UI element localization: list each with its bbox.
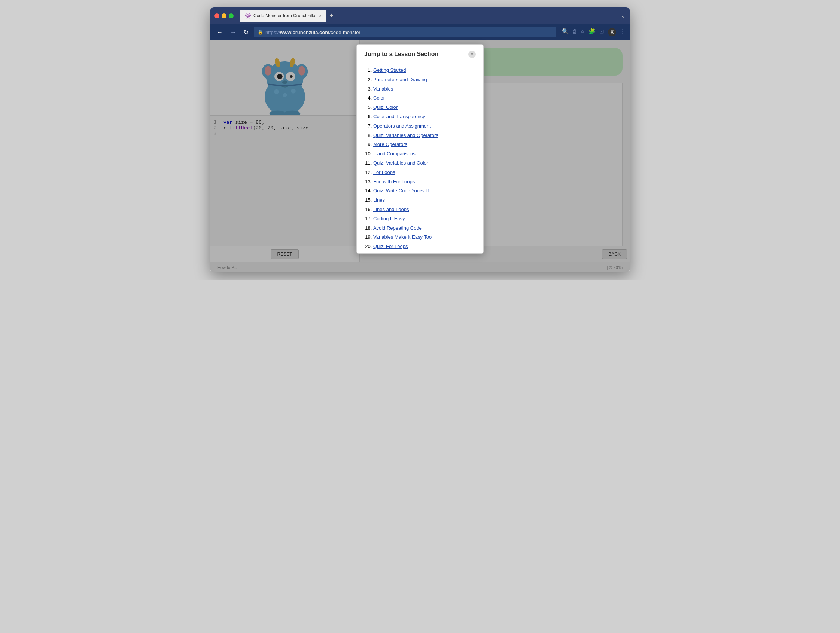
tab-title: Code Monster from Crunchzilla bbox=[253, 13, 315, 18]
lesson-link[interactable]: Variables bbox=[373, 86, 393, 92]
modal-header: Jump to a Lesson Section × bbox=[357, 44, 483, 61]
lesson-list-item: Quiz: Variables and Color bbox=[373, 159, 476, 167]
lesson-link[interactable]: Operators and Assignment bbox=[373, 123, 431, 129]
sidebar-icon[interactable]: ⊡ bbox=[599, 28, 604, 36]
lesson-list-item: Color bbox=[373, 94, 476, 102]
profile-icon[interactable]: X bbox=[608, 28, 616, 36]
minimize-button[interactable] bbox=[222, 13, 226, 18]
modal-close-button[interactable]: × bbox=[468, 50, 476, 58]
back-nav-button[interactable]: ← bbox=[215, 27, 225, 37]
maximize-button[interactable] bbox=[229, 13, 234, 18]
lock-icon: 🔒 bbox=[257, 30, 263, 35]
lesson-list-item: Coding It Easy bbox=[373, 215, 476, 223]
lesson-list-item: Your Own Functions bbox=[373, 252, 476, 253]
lesson-link[interactable]: Quiz: Color bbox=[373, 104, 398, 110]
tab-favicon: 👾 bbox=[245, 13, 251, 19]
lesson-list-item: Quiz: Color bbox=[373, 104, 476, 112]
lesson-list-item: Quiz: Variables and Operators bbox=[373, 132, 476, 140]
active-tab[interactable]: 👾 Code Monster from Crunchzilla × bbox=[240, 10, 327, 22]
lesson-link[interactable]: Quiz: Write Code Yourself bbox=[373, 188, 429, 194]
lesson-list-item: More Operators bbox=[373, 141, 476, 148]
lesson-link[interactable]: For Loops bbox=[373, 170, 395, 175]
new-tab-button[interactable]: + bbox=[329, 12, 333, 20]
forward-nav-button[interactable]: → bbox=[228, 27, 238, 37]
lesson-list-item: Operators and Assignment bbox=[373, 122, 476, 130]
lesson-link[interactable]: Lines bbox=[373, 197, 385, 203]
lesson-list-item: Quiz: For Loops bbox=[373, 243, 476, 250]
lesson-list-item: If and Comparisons bbox=[373, 150, 476, 158]
extensions-icon[interactable]: 🧩 bbox=[589, 28, 595, 36]
lesson-link[interactable]: Color bbox=[373, 95, 385, 101]
lesson-list-item: Parameters and Drawing bbox=[373, 76, 476, 84]
nav-icons: 🔍 ⎙ ☆ 🧩 ⊡ X ⋮ bbox=[562, 28, 625, 36]
lesson-link[interactable]: Coding It Easy bbox=[373, 216, 405, 222]
lesson-link[interactable]: Getting Started bbox=[373, 67, 406, 73]
lesson-jump-modal: Jump to a Lesson Section × Getting Start… bbox=[356, 44, 484, 254]
address-bar[interactable]: 🔒 https://www.crunchzilla.com/code-monst… bbox=[254, 27, 556, 38]
lesson-link[interactable]: Parameters and Drawing bbox=[373, 77, 427, 82]
lesson-link[interactable]: Quiz: Variables and Operators bbox=[373, 132, 438, 138]
share-icon[interactable]: ⎙ bbox=[573, 28, 576, 36]
lesson-link[interactable]: Quiz: Variables and Color bbox=[373, 160, 428, 166]
lesson-list-item: Lines and Loops bbox=[373, 206, 476, 214]
window-chevron: ⌄ bbox=[621, 13, 625, 19]
lesson-list-item: Avoid Repeating Code bbox=[373, 224, 476, 232]
modal-title: Jump to a Lesson Section bbox=[364, 51, 438, 58]
modal-body[interactable]: Getting StartedParameters and DrawingVar… bbox=[357, 61, 483, 253]
reload-button[interactable]: ↻ bbox=[242, 27, 251, 38]
menu-icon[interactable]: ⋮ bbox=[620, 28, 625, 36]
lesson-link[interactable]: More Operators bbox=[373, 142, 407, 147]
lesson-list-item: Variables bbox=[373, 85, 476, 93]
lesson-link[interactable]: Color and Transparency bbox=[373, 114, 425, 119]
close-button[interactable] bbox=[215, 13, 219, 18]
lesson-link[interactable]: Lines and Loops bbox=[373, 206, 409, 212]
lesson-link[interactable]: Variables Make It Easy Too bbox=[373, 234, 432, 240]
url-display: https://www.crunchzilla.com/code-monster bbox=[265, 30, 360, 35]
bookmark-icon[interactable]: ☆ bbox=[580, 28, 585, 36]
lesson-list-item: Color and Transparency bbox=[373, 113, 476, 121]
title-bar: 👾 Code Monster from Crunchzilla × + ⌄ bbox=[210, 8, 630, 24]
traffic-lights bbox=[215, 13, 234, 18]
lesson-link[interactable]: Your Own Functions bbox=[373, 253, 417, 253]
lesson-list-item: Lines bbox=[373, 197, 476, 204]
lesson-link[interactable]: Quiz: For Loops bbox=[373, 244, 408, 249]
nav-bar: ← → ↻ 🔒 https://www.crunchzilla.com/code… bbox=[210, 24, 630, 40]
tab-close-button[interactable]: × bbox=[319, 14, 321, 18]
lesson-list-item: Variables Make It Easy Too bbox=[373, 233, 476, 241]
lesson-list: Getting StartedParameters and DrawingVar… bbox=[364, 66, 476, 253]
url-domain: www.crunchzilla.com bbox=[280, 30, 329, 35]
lesson-list-item: Quiz: Write Code Yourself bbox=[373, 187, 476, 195]
lesson-link[interactable]: Avoid Repeating Code bbox=[373, 225, 422, 231]
lesson-list-item: For Loops bbox=[373, 169, 476, 176]
search-icon[interactable]: 🔍 bbox=[562, 28, 569, 36]
url-protocol: https:// bbox=[265, 30, 280, 35]
browser-window: 👾 Code Monster from Crunchzilla × + ⌄ ← … bbox=[210, 8, 630, 272]
lesson-list-item: Getting Started bbox=[373, 66, 476, 74]
modal-overlay: Jump to a Lesson Section × Getting Start… bbox=[210, 40, 630, 272]
tab-bar: 👾 Code Monster from Crunchzilla × + bbox=[240, 10, 618, 22]
page-content: 1 var size = 80; 2 c.fillRect(20, 20, si… bbox=[210, 40, 630, 272]
lesson-list-item: Fun with For Loops bbox=[373, 178, 476, 186]
lesson-link[interactable]: Fun with For Loops bbox=[373, 179, 415, 184]
lesson-link[interactable]: If and Comparisons bbox=[373, 151, 415, 156]
url-path: /code-monster bbox=[329, 30, 360, 35]
